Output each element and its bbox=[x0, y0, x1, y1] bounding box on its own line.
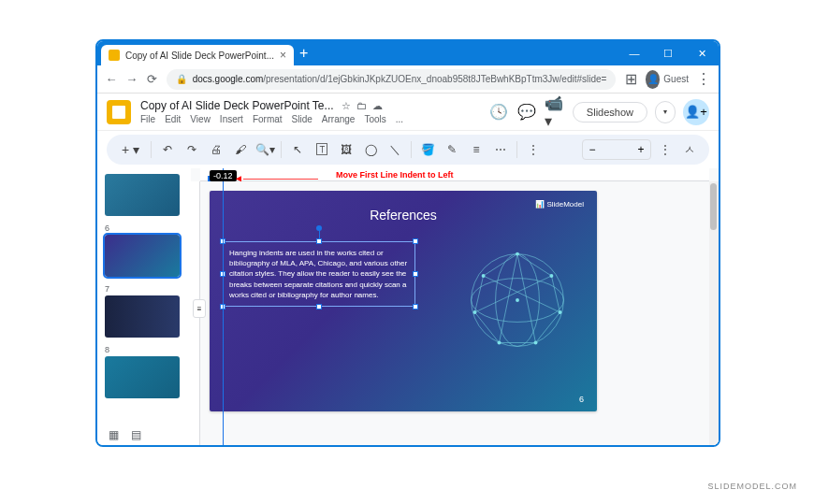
resize-handle[interactable] bbox=[413, 271, 418, 277]
resize-handle[interactable] bbox=[316, 238, 322, 244]
close-window-button[interactable]: ✕ bbox=[689, 43, 715, 64]
shape-tool[interactable]: ◯ bbox=[360, 139, 381, 160]
speaker-notes-handle[interactable]: ≡ bbox=[193, 299, 206, 318]
toolbar-kebab[interactable]: ⋮ bbox=[655, 139, 676, 160]
new-slide-button[interactable]: + ▾ bbox=[116, 139, 145, 160]
slide-title[interactable]: References bbox=[210, 208, 597, 223]
thumb-slide-6[interactable] bbox=[105, 235, 180, 277]
text-box[interactable]: Hanging indents are used in the works ci… bbox=[223, 241, 415, 307]
toolbar: + ▾ ↶ ↷ 🖨 🖌 🔍▾ ↖ 🅃 🖼 ◯ ＼ 🪣 ✎ ≡ ⋯ ⋮ − + ⋮… bbox=[107, 135, 709, 165]
thumb-number: 8 bbox=[105, 345, 183, 354]
svg-point-12 bbox=[498, 341, 501, 345]
maximize-button[interactable]: ☐ bbox=[655, 43, 681, 64]
menu-file[interactable]: File bbox=[140, 114, 155, 124]
comments-icon[interactable]: 💬 bbox=[516, 102, 537, 122]
annotation-arrow: ◄———————— bbox=[234, 173, 318, 183]
star-icon[interactable]: ☆ bbox=[342, 100, 351, 112]
slideshow-button[interactable]: Slideshow bbox=[573, 102, 647, 122]
menu-slide[interactable]: Slide bbox=[292, 114, 313, 124]
thumb-item[interactable]: 7 bbox=[105, 284, 183, 338]
svg-point-9 bbox=[549, 274, 553, 278]
paint-format-button[interactable]: 🖌 bbox=[230, 139, 251, 160]
more-tools-button[interactable]: ⋮ bbox=[523, 139, 544, 160]
resize-handle[interactable] bbox=[316, 304, 322, 310]
undo-button[interactable]: ↶ bbox=[157, 139, 178, 160]
history-icon[interactable]: 🕓 bbox=[488, 102, 509, 122]
line-tool[interactable]: ＼ bbox=[385, 139, 405, 160]
workspace: 6 7 8 ▦ ▤ -0.12 ◄———————— Move First Lin… bbox=[97, 168, 719, 447]
guest-label: Guest bbox=[663, 74, 689, 84]
menu-edit[interactable]: Edit bbox=[165, 114, 181, 124]
guest-avatar[interactable]: 👤 bbox=[646, 70, 660, 89]
tab-title: Copy of AI Slide Deck PowerPoint... bbox=[125, 50, 274, 61]
thumb-number: 6 bbox=[105, 223, 183, 233]
redo-button[interactable]: ↷ bbox=[182, 139, 202, 160]
image-tool[interactable]: 🖼 bbox=[336, 139, 356, 160]
select-tool[interactable]: ↖ bbox=[287, 139, 308, 160]
filmstrip-button[interactable]: ▤ bbox=[127, 426, 144, 443]
text-box-content[interactable]: Hanging indents are used in the works ci… bbox=[229, 248, 409, 300]
meet-icon[interactable]: 📹▾ bbox=[545, 102, 565, 122]
url-text: docs.google.com/presentation/d/1ejGbkinJ… bbox=[193, 74, 607, 84]
cloud-icon[interactable]: ☁ bbox=[372, 100, 383, 112]
vertical-guide-line bbox=[223, 168, 224, 447]
vertical-scrollbar[interactable] bbox=[709, 181, 719, 447]
thumb-item[interactable] bbox=[105, 174, 183, 216]
thumb-slide-8[interactable] bbox=[105, 356, 180, 398]
zoom-out-button[interactable]: − bbox=[583, 140, 602, 159]
menu-bar: File Edit View Insert Format Slide Arran… bbox=[140, 114, 479, 124]
menu-tools[interactable]: Tools bbox=[364, 114, 385, 124]
back-button[interactable]: ← bbox=[105, 71, 118, 88]
thumb-slide-7[interactable] bbox=[105, 295, 180, 338]
menu-arrange[interactable]: Arrange bbox=[322, 114, 356, 124]
slides-logo[interactable] bbox=[107, 100, 131, 124]
share-button[interactable]: 👤+ bbox=[683, 99, 709, 125]
slide-canvas[interactable]: 📊 SlideModel References Hanging indents … bbox=[210, 191, 597, 411]
address-bar: ← → ⟳ 🔒 docs.google.com/presentation/d/1… bbox=[97, 65, 719, 94]
forward-button[interactable]: → bbox=[125, 71, 138, 88]
move-icon[interactable]: 🗀 bbox=[356, 100, 367, 112]
minimize-button[interactable]: — bbox=[621, 43, 647, 64]
browser-tab[interactable]: Copy of AI Slide Deck PowerPoint... × bbox=[101, 45, 294, 65]
collapse-toolbar-button[interactable]: ㅅ bbox=[679, 139, 700, 160]
resize-handle[interactable] bbox=[413, 304, 418, 310]
slideshow-dropdown[interactable]: ▾ bbox=[655, 101, 676, 123]
menu-more[interactable]: ... bbox=[396, 114, 403, 124]
install-icon[interactable]: ⊞ bbox=[623, 70, 637, 89]
kebab-menu-icon[interactable]: ⋮ bbox=[696, 70, 711, 89]
resize-handle[interactable] bbox=[413, 238, 418, 244]
url-input[interactable]: 🔒 docs.google.com/presentation/d/1ejGbki… bbox=[167, 69, 617, 90]
titlebar: Copy of AI Slide Deck PowerPoint... × + … bbox=[97, 41, 719, 65]
menu-view[interactable]: View bbox=[190, 114, 211, 124]
svg-point-11 bbox=[534, 341, 538, 345]
tab-close-icon[interactable]: × bbox=[280, 49, 286, 62]
zoom-button[interactable]: 🔍▾ bbox=[254, 139, 275, 160]
svg-line-7 bbox=[484, 276, 560, 312]
border-color-button[interactable]: ✎ bbox=[442, 139, 462, 160]
new-tab-button[interactable]: + bbox=[299, 45, 308, 62]
doc-title[interactable]: Copy of AI Slide Deck PowerPoint Te... bbox=[140, 99, 334, 112]
svg-point-8 bbox=[516, 252, 519, 256]
annotation-text: Move First Line Indent to Left bbox=[336, 170, 454, 180]
scrollbar-thumb[interactable] bbox=[710, 183, 717, 230]
svg-point-10 bbox=[559, 310, 562, 314]
canvas-area: -0.12 ◄———————— Move First Line Indent t… bbox=[191, 168, 719, 447]
zoom-in-button[interactable]: + bbox=[632, 140, 650, 159]
menu-insert[interactable]: Insert bbox=[220, 114, 243, 124]
reload-button[interactable]: ⟳ bbox=[146, 71, 159, 88]
window-controls: — ☐ ✕ bbox=[621, 43, 715, 64]
grid-view-button[interactable]: ▦ bbox=[105, 426, 122, 443]
border-weight-button[interactable]: ≡ bbox=[466, 139, 487, 160]
print-button[interactable]: 🖨 bbox=[206, 139, 226, 160]
fill-color-button[interactable]: 🪣 bbox=[417, 139, 438, 160]
thumb-item[interactable]: 6 bbox=[105, 223, 183, 277]
lock-icon: 🔒 bbox=[176, 74, 187, 84]
svg-point-13 bbox=[473, 310, 477, 314]
textbox-tool[interactable]: 🅃 bbox=[312, 139, 332, 160]
border-dash-button[interactable]: ⋯ bbox=[490, 139, 511, 160]
menu-format[interactable]: Format bbox=[253, 114, 283, 124]
thumb-item[interactable]: 8 bbox=[105, 345, 183, 398]
slide-thumbnails: 6 7 8 ▦ ▤ bbox=[97, 168, 191, 447]
document-header: Copy of AI Slide Deck PowerPoint Te... ☆… bbox=[97, 94, 719, 131]
svg-point-14 bbox=[482, 274, 486, 278]
